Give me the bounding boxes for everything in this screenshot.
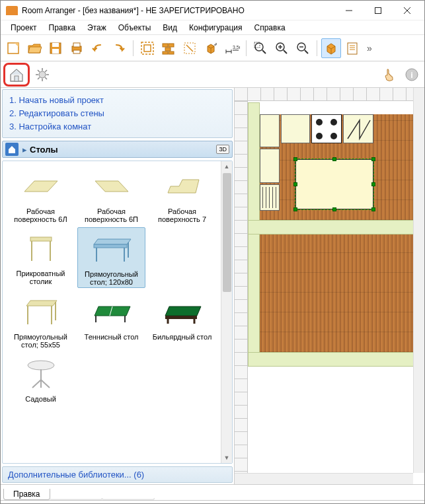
scroll-up-icon[interactable]: ▲: [221, 161, 232, 172]
menu-view[interactable]: Вид: [157, 22, 183, 34]
maximize-button[interactable]: [364, 1, 393, 20]
category-header[interactable]: ▸ Столы 3D: [2, 141, 233, 158]
zoom-area-icon[interactable]: [251, 38, 270, 58]
catalog-item[interactable]: Рабочая поверхность 7: [148, 165, 216, 225]
svg-marker-48: [95, 181, 128, 192]
svg-line-25: [284, 50, 287, 54]
walls-icon[interactable]: [137, 38, 157, 58]
svg-marker-62: [95, 306, 130, 316]
menu-objects[interactable]: Объекты: [112, 22, 157, 34]
catalog-item[interactable]: Рабочая поверхность 6П: [77, 165, 145, 225]
home-icon[interactable]: [5, 143, 19, 156]
save-icon[interactable]: [46, 38, 65, 58]
tab-ghost[interactable]: [50, 498, 102, 500]
svg-rect-14: [163, 44, 168, 47]
wizard-house-icon[interactable]: [3, 63, 30, 87]
zoom-in-icon[interactable]: [272, 38, 291, 58]
table-object-selected[interactable]: [295, 159, 373, 209]
zoom-out-icon[interactable]: [293, 38, 313, 58]
measure-icon[interactable]: 3,5m: [222, 38, 242, 58]
tab-edit[interactable]: Правка: [3, 489, 50, 500]
info-icon[interactable]: i: [402, 65, 422, 85]
scroll-down-icon[interactable]: ▼: [221, 452, 232, 463]
window-title: Room Arranger - [без названия*] - НЕ ЗАР…: [22, 6, 334, 15]
new-project-icon[interactable]: [3, 38, 23, 58]
tab-ghost[interactable]: [102, 498, 155, 500]
item-label: Теннисный стол: [79, 333, 144, 341]
counter-object[interactable]: [260, 114, 280, 147]
wizard-step-new[interactable]: 1. Начать новый проект: [9, 94, 225, 107]
report-icon[interactable]: [342, 38, 362, 58]
catalog-item[interactable]: Садовый: [7, 353, 75, 404]
svg-marker-53: [94, 239, 131, 244]
svg-point-70: [28, 361, 54, 370]
svg-marker-66: [165, 306, 201, 316]
canvas-vscrollbar[interactable]: [413, 88, 424, 473]
catalog-scrollbar[interactable]: ▲ ▼: [221, 161, 232, 463]
catalog-item[interactable]: Прикроватный столик: [7, 227, 75, 288]
category-name: Столы: [30, 145, 216, 155]
objects3d-icon[interactable]: [201, 38, 221, 58]
counter-object[interactable]: [281, 114, 310, 143]
room-floor: [248, 234, 422, 352]
svg-rect-67: [165, 316, 197, 319]
bricks-icon[interactable]: [159, 38, 178, 58]
scroll-thumb[interactable]: [223, 173, 231, 292]
svg-marker-58: [26, 301, 57, 306]
item-label: Садовый: [8, 395, 73, 403]
catalog-item[interactable]: [148, 227, 216, 288]
stove-object[interactable]: [311, 114, 342, 143]
counter-object[interactable]: [260, 149, 280, 183]
catalog-item[interactable]: Прямоугольный стол; 55x55: [7, 291, 75, 350]
close-button[interactable]: [393, 1, 422, 20]
wizard-step-rooms[interactable]: 3. Настройка комнат: [9, 120, 225, 133]
catalog-item-selected[interactable]: Прямоугольный стол; 120x80: [77, 227, 145, 288]
catalog-item[interactable]: Теннисный стол: [77, 291, 145, 350]
svg-line-22: [262, 50, 266, 54]
undo-icon[interactable]: [88, 38, 108, 58]
svg-rect-13: [144, 45, 151, 52]
svg-rect-11: [73, 50, 80, 54]
wizard-step-walls[interactable]: 2. Редактировать стены: [9, 107, 225, 120]
menu-edit[interactable]: Правка: [43, 22, 82, 34]
menu-help[interactable]: Справка: [249, 22, 291, 34]
secondary-toolbar: i: [1, 61, 424, 88]
dimensions-icon[interactable]: [180, 38, 200, 58]
svg-point-21: [255, 43, 263, 51]
settings-gear-icon[interactable]: [32, 65, 52, 85]
counter-grill-object[interactable]: [260, 184, 280, 211]
minimize-button[interactable]: [334, 1, 364, 20]
view3d-icon[interactable]: [321, 38, 341, 58]
item-label: Прямоугольный стол; 120x80: [79, 270, 143, 286]
toggle-3d-button[interactable]: 3D: [216, 145, 229, 154]
redo-icon[interactable]: [109, 38, 129, 58]
item-label: Рабочая поверхность 6Л: [8, 207, 73, 223]
ruler-horizontal: [235, 88, 424, 101]
open-icon[interactable]: [24, 38, 44, 58]
wizard-steps: 1. Начать новый проект 2. Редактировать …: [2, 89, 233, 138]
menu-config[interactable]: Конфигурация: [183, 22, 249, 34]
svg-line-41: [38, 70, 40, 72]
app-icon: [6, 6, 18, 15]
menu-floor[interactable]: Этаж: [81, 22, 112, 34]
menu-project[interactable]: Проект: [5, 22, 43, 34]
svg-rect-8: [52, 49, 59, 54]
catalog-item[interactable]: Бильярдный стол: [148, 291, 216, 350]
hand-cursor-icon[interactable]: [379, 65, 399, 85]
extra-libraries-link[interactable]: Дополнительные библиотеки... (6): [2, 466, 233, 483]
floorplan-canvas[interactable]: [235, 88, 424, 484]
svg-marker-47: [24, 181, 58, 192]
svg-rect-1: [375, 7, 381, 13]
svg-line-44: [45, 70, 47, 72]
counter-object[interactable]: [343, 114, 373, 143]
wall: [248, 352, 422, 367]
svg-rect-15: [169, 44, 174, 47]
toolbar-overflow[interactable]: »: [364, 38, 375, 58]
catalog-item[interactable]: Рабочая поверхность 6Л: [7, 165, 75, 225]
svg-line-42: [45, 77, 47, 79]
svg-rect-50: [30, 237, 52, 241]
print-icon[interactable]: [67, 38, 87, 58]
svg-rect-7: [52, 43, 59, 47]
canvas-hscrollbar[interactable]: [235, 473, 413, 484]
svg-rect-17: [163, 52, 168, 54]
